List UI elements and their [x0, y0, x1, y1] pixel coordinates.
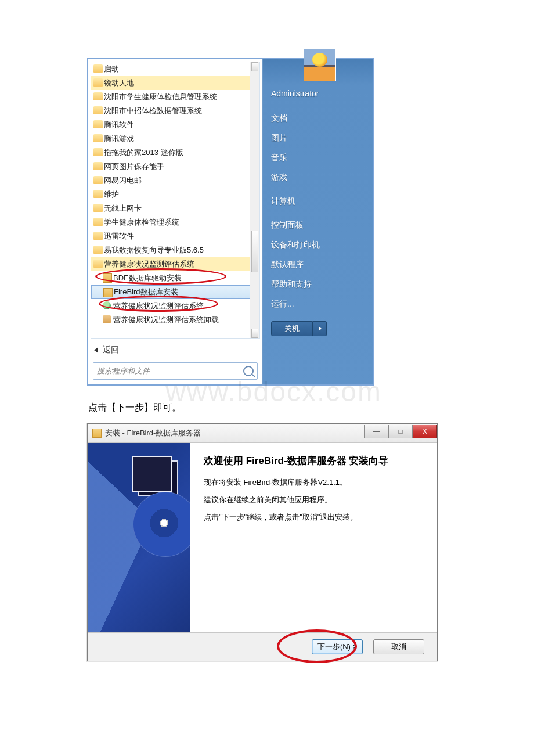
back-label: 返回	[103, 345, 119, 355]
program-label: 腾讯软件	[104, 120, 134, 130]
installer-titlebar[interactable]: 安装 - FireBird-数据库服务器 — □ X	[88, 424, 437, 443]
folder-ruidong[interactable]: 锐动天地	[91, 76, 259, 90]
shutdown-group: 关机	[271, 321, 373, 336]
installer-footer: 下一步(N) > 取消	[88, 632, 437, 661]
instruction-caption: 点击【下一步】即可。	[88, 402, 447, 414]
folder-netease-mail[interactable]: 网易闪电邮	[91, 174, 259, 188]
folder-icon	[93, 232, 103, 240]
program-label: 营养健康状况监测评估系统	[113, 301, 204, 311]
link-music[interactable]: 音乐	[263, 148, 373, 168]
folder-icon	[93, 162, 103, 170]
folder-xunlei[interactable]: 迅雷软件	[91, 229, 259, 243]
link-control-panel[interactable]: 控制面板	[263, 215, 373, 235]
folder-tencent-software[interactable]: 腾讯软件	[91, 118, 259, 132]
program-label: 网页图片保存能手	[104, 161, 164, 172]
installer-line-3: 点击"下一步"继续，或者点击"取消"退出安装。	[204, 512, 423, 523]
start-menu-right-panel: Administrator 文档 图片 音乐 游戏 计算机 控制面板 设备和打印…	[263, 59, 373, 384]
link-computer[interactable]: 计算机	[263, 193, 373, 210]
program-label: 维护	[104, 189, 119, 200]
globe-icon	[103, 301, 111, 309]
uninstall-icon	[103, 315, 111, 323]
program-label: 易我数据恢复向导专业版5.6.5	[104, 245, 204, 255]
item-nutrition-app[interactable]: 营养健康状况监测评估系统	[91, 299, 259, 313]
link-default-programs[interactable]: 默认程序	[263, 255, 373, 275]
user-avatar[interactable]	[304, 49, 336, 81]
installer-body: 欢迎使用 FireBird-数据库服务器 安装向导 现在将安装 FireBird…	[88, 443, 437, 632]
installer-line-2: 建议你在继续之前关闭其他应用程序。	[204, 495, 423, 505]
back-arrow-icon	[94, 347, 98, 353]
folder-shenyang-zhongzhao[interactable]: 沈阳市中招体检数据管理系统	[91, 104, 259, 118]
program-label: 沈阳市中招体检数据管理系统	[104, 106, 202, 116]
folder-icon	[93, 134, 103, 142]
program-label: BDE数据库驱动安装	[113, 273, 182, 283]
program-list-scroll-area: 启动 锐动天地 沈阳市学生健康体检信息管理系统 沈阳市中招体检数据管理系统 腾讯…	[91, 62, 260, 339]
item-bde-install[interactable]: BDE数据库驱动安装	[91, 271, 259, 285]
start-menu: 启动 锐动天地 沈阳市学生健康体检信息管理系统 沈阳市中招体检数据管理系统 腾讯…	[87, 58, 374, 386]
right-panel-list: 控制面板 设备和打印机 默认程序 帮助和支持 运行...	[263, 213, 373, 316]
folder-icon	[93, 64, 103, 73]
item-firebird-install[interactable]: FireBird数据库安装	[91, 285, 259, 299]
installer-title-text: 安装 - FireBird-数据库服务器	[105, 428, 201, 438]
link-documents[interactable]: 文档	[263, 109, 373, 128]
link-pictures[interactable]: 图片	[263, 128, 373, 148]
folder-icon	[93, 246, 103, 254]
program-label: 营养健康状况监测评估系统	[104, 259, 194, 269]
folder-shenyang-student-health[interactable]: 沈阳市学生健康体检信息管理系统	[91, 90, 259, 104]
folder-icon	[93, 92, 103, 100]
minimize-button[interactable]: —	[364, 425, 388, 438]
cancel-button[interactable]: 取消	[373, 639, 424, 654]
program-label: 锐动天地	[104, 78, 134, 88]
link-run[interactable]: 运行...	[263, 294, 373, 314]
shutdown-options-button[interactable]	[313, 321, 327, 336]
window-controls: — □ X	[364, 428, 437, 438]
folder-icon	[93, 218, 103, 226]
scroll-up-button[interactable]	[251, 62, 258, 71]
installer-content: 欢迎使用 FireBird-数据库服务器 安装向导 现在将安装 FireBird…	[190, 443, 437, 632]
search-input[interactable]: 搜索程序和文件	[93, 362, 258, 380]
folder-student-health-mgmt[interactable]: 学生健康体检管理系统	[91, 215, 259, 229]
banner-box-icon	[138, 460, 178, 496]
program-list-scrollbar[interactable]	[250, 62, 259, 338]
folder-icon	[93, 176, 103, 184]
folder-icon	[93, 260, 103, 268]
program-label: 网易闪电邮	[104, 175, 142, 186]
right-panel-list: 文档 图片 音乐 游戏	[263, 106, 373, 190]
folder-icon	[93, 106, 103, 114]
close-button[interactable]: X	[413, 425, 437, 438]
link-games[interactable]: 游戏	[263, 168, 373, 188]
folder-icon	[93, 148, 103, 156]
program-label: 拖拖我的家2013 迷你版	[104, 147, 183, 158]
installer-heading: 欢迎使用 FireBird-数据库服务器 安装向导	[204, 455, 423, 468]
scroll-thumb[interactable]	[251, 231, 258, 272]
scroll-down-button[interactable]	[251, 329, 258, 338]
shutdown-button[interactable]: 关机	[271, 321, 313, 336]
folder-icon	[93, 190, 103, 198]
search-icon	[243, 366, 254, 376]
folder-easeus-565[interactable]: 易我数据恢复向导专业版5.6.5	[91, 243, 259, 257]
installer-window: 安装 - FireBird-数据库服务器 — □ X 欢迎使用 FireBird…	[87, 423, 438, 661]
program-label: 无线上网卡	[104, 203, 142, 214]
folder-webpage-image-saver[interactable]: 网页图片保存能手	[91, 160, 259, 174]
maximize-button[interactable]: □	[388, 425, 413, 438]
folder-startup[interactable]: 启动	[91, 62, 259, 76]
installer-window-icon	[92, 429, 102, 438]
item-nutrition-uninstall[interactable]: 营养健康状况监测评估系统卸载	[91, 313, 259, 327]
link-devices-printers[interactable]: 设备和打印机	[263, 235, 373, 255]
folder-nutrition-system[interactable]: 营养健康状况监测评估系统	[91, 257, 259, 271]
folder-maintenance[interactable]: 维护	[91, 188, 259, 201]
folder-tencent-games[interactable]: 腾讯游戏	[91, 132, 259, 146]
program-label: 营养健康状况监测评估系统卸载	[113, 315, 219, 325]
program-label: 腾讯游戏	[104, 134, 134, 144]
next-button[interactable]: 下一步(N) >	[312, 639, 363, 654]
program-label: 沈阳市学生健康体检信息管理系统	[104, 92, 217, 102]
folder-tuotuo-2013[interactable]: 拖拖我的家2013 迷你版	[91, 146, 259, 160]
search-placeholder: 搜索程序和文件	[97, 366, 150, 376]
folder-icon	[93, 120, 103, 128]
program-label: 启动	[104, 64, 119, 74]
back-button[interactable]: 返回	[88, 340, 262, 360]
program-list: 启动 锐动天地 沈阳市学生健康体检信息管理系统 沈阳市中招体检数据管理系统 腾讯…	[91, 62, 259, 327]
folder-icon	[93, 204, 103, 212]
user-name[interactable]: Administrator	[263, 84, 373, 103]
folder-wireless-card[interactable]: 无线上网卡	[91, 201, 259, 215]
link-help-support[interactable]: 帮助和支持	[263, 275, 373, 294]
